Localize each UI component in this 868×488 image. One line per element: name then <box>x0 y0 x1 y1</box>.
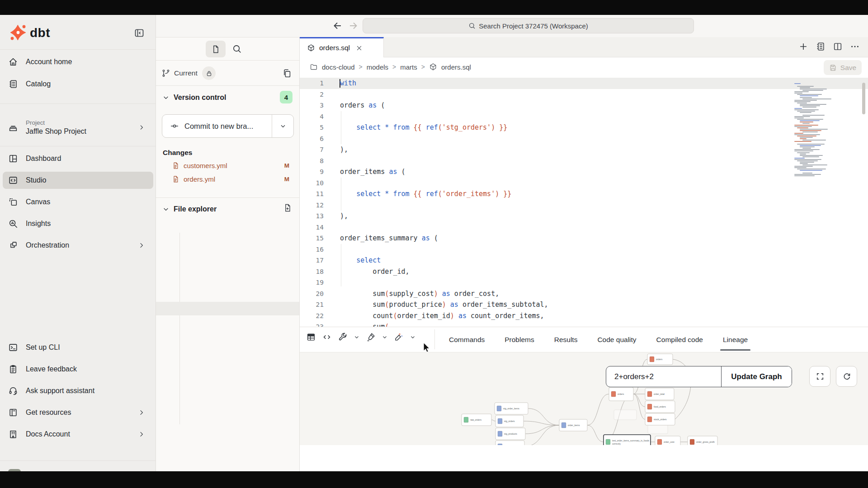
new-file-icon[interactable] <box>283 203 292 212</box>
sidebar-item-canvas[interactable]: Canvas <box>3 193 153 211</box>
file-explorer-header[interactable]: File explorer <box>162 205 217 213</box>
sidebar-item-account-home[interactable]: Account home <box>3 53 153 70</box>
code-line-22: 22 count(order_item_id) as count_order_i… <box>300 310 868 322</box>
tab-orders-sql[interactable]: orders.sql <box>300 37 384 57</box>
format-brush-icon[interactable] <box>366 332 376 342</box>
commit-button[interactable]: Commit to new bra... <box>162 115 272 137</box>
lineage-node-stock_orders[interactable]: stock_orders <box>645 413 675 425</box>
changed-file-orders.yml[interactable]: orders.ymlM <box>156 172 299 186</box>
update-graph-button[interactable]: Update Graph <box>721 366 792 387</box>
results-table-icon[interactable] <box>306 332 316 342</box>
lineage-node-test_wide[interactable]: test_order_items_summary_is_foodscorrect… <box>604 435 651 445</box>
commit-dropdown-button[interactable] <box>272 115 293 137</box>
lineage-selector-input[interactable]: 2+orders+2 <box>606 366 721 387</box>
lineage-node-stg_supplies[interactable]: stg_supplies <box>495 441 524 445</box>
sidebar-item-docs-account[interactable]: Docs Account <box>3 426 153 443</box>
back-arrow-icon[interactable] <box>332 20 343 31</box>
panel-tab-problems[interactable]: Problems <box>505 327 534 352</box>
tree-item-supplies.yml[interactable] <box>156 369 299 382</box>
sidebar-item-orchestration[interactable]: Orchestration <box>3 237 153 254</box>
editor-scrollbar[interactable] <box>862 83 865 114</box>
sidebar-item-leave-feedback[interactable]: Leave feedback <box>3 361 153 378</box>
panel-tab-code-quality[interactable]: Code quality <box>597 327 636 352</box>
lineage-node-stg_products[interactable]: stg_products <box>495 428 525 440</box>
notebook-icon[interactable] <box>816 42 826 52</box>
lineage-edge <box>525 425 559 434</box>
lineage-node-order_cost[interactable]: order_cost <box>655 436 680 445</box>
lineage-node-raw_orders[interactable]: raw_orders <box>462 414 491 426</box>
lineage-node-order_items[interactable]: order_items <box>559 419 587 431</box>
tree-item-docs-cloud[interactable] <box>156 222 299 235</box>
folder-icon <box>310 63 318 71</box>
forward-arrow-icon[interactable] <box>348 20 359 31</box>
tree-item-order_items.yml[interactable] <box>156 289 299 302</box>
save-button[interactable]: Save <box>824 60 862 75</box>
svg-text:order_cost: order_cost <box>664 441 675 443</box>
sidebar-project-switcher[interactable]: Project Jaffle Shop Project <box>3 113 153 142</box>
chevron-down-icon[interactable] <box>354 334 360 340</box>
tree-item-.gitignore[interactable] <box>156 462 299 472</box>
copy-icon[interactable] <box>282 68 292 78</box>
breadcrumb-item[interactable]: docs-cloud <box>322 63 355 71</box>
line-number: 18 <box>300 266 324 277</box>
sidebar-item-insights[interactable]: Insights <box>3 215 153 232</box>
changed-file-customers.yml[interactable]: customers.ymlM <box>156 159 299 172</box>
tree-item-marts[interactable] <box>156 249 299 262</box>
close-icon[interactable] <box>356 45 363 52</box>
lineage-view[interactable]: raw_ordersstg_order_itemsstg_ordersstg_p… <box>300 352 868 445</box>
branch-name[interactable]: Current <box>174 69 198 77</box>
new-tab-icon[interactable] <box>798 42 808 52</box>
code-icon[interactable] <box>322 332 332 342</box>
breadcrumb-item[interactable]: marts <box>400 63 417 71</box>
sidebar-item-set-up-cli[interactable]: Set up CLI <box>3 339 153 356</box>
breadcrumb-item[interactable]: orders.sql <box>441 63 471 71</box>
code-editor[interactable]: 1with23orders as (45 select * from {{ re… <box>300 78 868 327</box>
sidebar-item-studio[interactable]: Studio <box>3 172 153 189</box>
sidebar-item-catalog[interactable]: Catalog <box>3 75 153 93</box>
file-view-button[interactable] <box>206 41 226 57</box>
breadcrumb[interactable]: docs-cloud>models>marts>orders.sql <box>310 63 471 71</box>
chevron-down-icon[interactable] <box>410 334 416 340</box>
tree-item-products.sql[interactable] <box>156 328 299 342</box>
sidebar-item-dashboard[interactable]: Dashboard <box>3 150 153 167</box>
tree-item-staging[interactable] <box>156 382 299 395</box>
sidebar-collapse-icon[interactable] <box>134 28 145 38</box>
sidebar-item-get-resources[interactable]: Get resources <box>3 404 153 421</box>
split-view-icon[interactable] <box>833 42 843 52</box>
more-options-icon[interactable] <box>850 42 860 52</box>
lineage-node-orders_top[interactable]: orders <box>647 354 673 365</box>
panel-tab-compiled-code[interactable]: Compiled code <box>656 327 703 352</box>
lineage-node-order_total[interactable]: order_total <box>645 388 674 400</box>
lineage-node-food_orders[interactable]: food_orders <box>645 401 675 413</box>
lineage-node-order_gross_profit[interactable]: order_gross_profit <box>688 436 717 445</box>
tree-item-visual_editor[interactable] <box>156 395 299 409</box>
minimap[interactable] <box>794 83 837 178</box>
panel-tab-commands[interactable]: Commands <box>449 327 485 352</box>
tree-item-target[interactable] <box>156 435 299 449</box>
panel-tab-lineage[interactable]: Lineage <box>723 327 748 352</box>
sidebar-item-ask-support-assistant[interactable]: Ask support assistant <box>3 382 153 399</box>
tree-item-metricflow_time_spine.sql[interactable] <box>156 262 299 276</box>
build-wrench-icon[interactable] <box>338 332 348 342</box>
lineage-node-stg_order_items[interactable]: stg_order_items <box>495 403 528 414</box>
tree-item-order_items.sql[interactable] <box>156 275 299 289</box>
chevron-down-icon[interactable] <box>382 334 388 340</box>
explorer-search-icon[interactable] <box>232 44 242 54</box>
lineage-node-stg_orders[interactable]: stg_orders <box>495 415 524 427</box>
project-search-input[interactable]: Search Project 372475 (Workspace) <box>363 18 694 33</box>
ai-fix-icon[interactable] <box>394 332 404 342</box>
refresh-button[interactable] <box>836 366 857 387</box>
version-control-header[interactable]: Version control <box>162 94 226 102</box>
panel-tab-results[interactable]: Results <box>554 327 578 352</box>
tree-item-models[interactable] <box>156 235 299 249</box>
tree-item-orders.sql[interactable] <box>156 302 299 315</box>
tree-item-workflows[interactable] <box>156 449 299 462</box>
tree-item-supplies.sql[interactable] <box>156 355 299 369</box>
lineage-node-orders[interactable]: orders <box>609 387 633 401</box>
tree-item-seeds[interactable] <box>156 408 299 422</box>
tree-item-products.yml[interactable] <box>156 342 299 356</box>
fullscreen-button[interactable] <box>809 366 830 387</box>
breadcrumb-item[interactable]: models <box>367 63 388 71</box>
tree-item-static[interactable] <box>156 422 299 436</box>
tree-item-orders.yml[interactable] <box>156 315 299 329</box>
